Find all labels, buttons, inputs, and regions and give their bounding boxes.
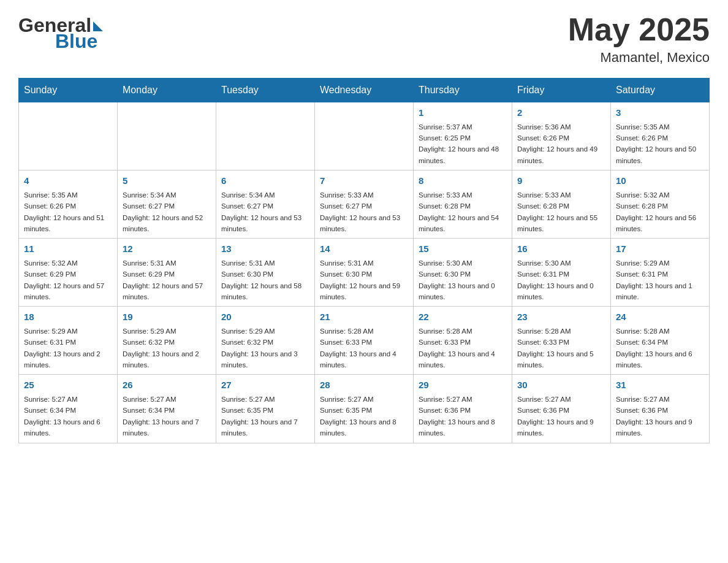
calendar-cell: 9Sunrise: 5:33 AMSunset: 6:28 PMDaylight… xyxy=(512,170,611,239)
calendar-table: Sunday Monday Tuesday Wednesday Thursday… xyxy=(18,78,710,443)
day-info: Sunrise: 5:27 AMSunset: 6:35 PMDaylight:… xyxy=(320,394,408,439)
day-info: Sunrise: 5:28 AMSunset: 6:33 PMDaylight:… xyxy=(320,326,408,371)
day-number: 14 xyxy=(320,242,408,256)
calendar-cell: 23Sunrise: 5:28 AMSunset: 6:33 PMDayligh… xyxy=(512,307,611,375)
calendar-subtitle: Mamantel, Mexico xyxy=(568,50,710,66)
day-number: 24 xyxy=(616,310,704,324)
day-info: Sunrise: 5:32 AMSunset: 6:28 PMDaylight:… xyxy=(616,190,704,235)
day-number: 6 xyxy=(221,174,309,188)
calendar-cell xyxy=(118,102,216,170)
week-row-3: 11Sunrise: 5:32 AMSunset: 6:29 PMDayligh… xyxy=(19,239,710,307)
header-friday: Friday xyxy=(512,79,611,102)
day-number: 30 xyxy=(517,378,605,393)
calendar-cell: 7Sunrise: 5:33 AMSunset: 6:27 PMDaylight… xyxy=(315,170,414,239)
day-number: 28 xyxy=(320,378,408,393)
day-info: Sunrise: 5:27 AMSunset: 6:34 PMDaylight:… xyxy=(24,394,112,439)
day-info: Sunrise: 5:31 AMSunset: 6:30 PMDaylight:… xyxy=(221,258,309,303)
day-info: Sunrise: 5:33 AMSunset: 6:27 PMDaylight:… xyxy=(320,190,408,235)
day-info: Sunrise: 5:28 AMSunset: 6:34 PMDaylight:… xyxy=(616,326,704,371)
day-number: 3 xyxy=(616,106,704,120)
day-number: 27 xyxy=(221,378,309,393)
day-number: 18 xyxy=(24,310,112,324)
day-info: Sunrise: 5:27 AMSunset: 6:36 PMDaylight:… xyxy=(419,394,507,439)
calendar-cell xyxy=(216,102,315,170)
calendar-cell: 29Sunrise: 5:27 AMSunset: 6:36 PMDayligh… xyxy=(414,375,512,443)
calendar-cell: 6Sunrise: 5:34 AMSunset: 6:27 PMDaylight… xyxy=(216,170,315,239)
day-number: 2 xyxy=(517,106,605,120)
day-info: Sunrise: 5:34 AMSunset: 6:27 PMDaylight:… xyxy=(221,190,309,235)
calendar-cell: 19Sunrise: 5:29 AMSunset: 6:32 PMDayligh… xyxy=(118,307,216,375)
day-number: 7 xyxy=(320,174,408,188)
day-number: 1 xyxy=(419,106,507,120)
day-info: Sunrise: 5:29 AMSunset: 6:32 PMDaylight:… xyxy=(123,326,211,371)
calendar-cell: 30Sunrise: 5:27 AMSunset: 6:36 PMDayligh… xyxy=(512,375,611,443)
day-info: Sunrise: 5:37 AMSunset: 6:25 PMDaylight:… xyxy=(419,121,507,167)
day-info: Sunrise: 5:27 AMSunset: 6:36 PMDaylight:… xyxy=(616,394,704,439)
calendar-cell: 16Sunrise: 5:30 AMSunset: 6:31 PMDayligh… xyxy=(512,239,611,307)
day-number: 17 xyxy=(616,242,704,256)
day-number: 29 xyxy=(419,378,507,393)
day-info: Sunrise: 5:28 AMSunset: 6:33 PMDaylight:… xyxy=(419,326,507,371)
day-info: Sunrise: 5:27 AMSunset: 6:36 PMDaylight:… xyxy=(517,394,605,439)
day-number: 31 xyxy=(616,378,704,393)
header-monday: Monday xyxy=(118,79,216,102)
header-saturday: Saturday xyxy=(611,79,710,102)
header-sunday: Sunday xyxy=(19,79,118,102)
calendar-cell: 22Sunrise: 5:28 AMSunset: 6:33 PMDayligh… xyxy=(414,307,512,375)
day-number: 16 xyxy=(517,242,605,256)
week-row-2: 4Sunrise: 5:35 AMSunset: 6:26 PMDaylight… xyxy=(19,170,710,239)
calendar-cell: 18Sunrise: 5:29 AMSunset: 6:31 PMDayligh… xyxy=(19,307,118,375)
day-info: Sunrise: 5:32 AMSunset: 6:29 PMDaylight:… xyxy=(24,258,112,303)
calendar-cell: 10Sunrise: 5:32 AMSunset: 6:28 PMDayligh… xyxy=(611,170,710,239)
day-number: 25 xyxy=(24,378,112,393)
week-row-4: 18Sunrise: 5:29 AMSunset: 6:31 PMDayligh… xyxy=(19,307,710,375)
title-area: May 2025 Mamantel, Mexico xyxy=(568,12,710,66)
calendar-cell: 12Sunrise: 5:31 AMSunset: 6:29 PMDayligh… xyxy=(118,239,216,307)
header-tuesday: Tuesday xyxy=(216,79,315,102)
calendar-cell: 28Sunrise: 5:27 AMSunset: 6:35 PMDayligh… xyxy=(315,375,414,443)
calendar-cell: 20Sunrise: 5:29 AMSunset: 6:32 PMDayligh… xyxy=(216,307,315,375)
day-number: 12 xyxy=(123,242,211,256)
calendar-cell: 17Sunrise: 5:29 AMSunset: 6:31 PMDayligh… xyxy=(611,239,710,307)
calendar-cell: 27Sunrise: 5:27 AMSunset: 6:35 PMDayligh… xyxy=(216,375,315,443)
day-info: Sunrise: 5:33 AMSunset: 6:28 PMDaylight:… xyxy=(419,190,507,235)
week-row-5: 25Sunrise: 5:27 AMSunset: 6:34 PMDayligh… xyxy=(19,375,710,443)
calendar-cell: 21Sunrise: 5:28 AMSunset: 6:33 PMDayligh… xyxy=(315,307,414,375)
calendar-cell: 5Sunrise: 5:34 AMSunset: 6:27 PMDaylight… xyxy=(118,170,216,239)
day-number: 23 xyxy=(517,310,605,324)
calendar-cell: 4Sunrise: 5:35 AMSunset: 6:26 PMDaylight… xyxy=(19,170,118,239)
day-info: Sunrise: 5:30 AMSunset: 6:30 PMDaylight:… xyxy=(419,258,507,303)
day-info: Sunrise: 5:33 AMSunset: 6:28 PMDaylight:… xyxy=(517,190,605,235)
calendar-body: 1Sunrise: 5:37 AMSunset: 6:25 PMDaylight… xyxy=(19,102,710,443)
header-thursday: Thursday xyxy=(414,79,512,102)
day-info: Sunrise: 5:29 AMSunset: 6:31 PMDaylight:… xyxy=(24,326,112,371)
header-wednesday: Wednesday xyxy=(315,79,414,102)
day-info: Sunrise: 5:31 AMSunset: 6:30 PMDaylight:… xyxy=(320,258,408,303)
day-number: 11 xyxy=(24,242,112,256)
calendar-cell: 26Sunrise: 5:27 AMSunset: 6:34 PMDayligh… xyxy=(118,375,216,443)
calendar-cell: 14Sunrise: 5:31 AMSunset: 6:30 PMDayligh… xyxy=(315,239,414,307)
logo-blue-text: Blue xyxy=(55,30,97,52)
day-info: Sunrise: 5:34 AMSunset: 6:27 PMDaylight:… xyxy=(123,190,211,235)
day-info: Sunrise: 5:28 AMSunset: 6:33 PMDaylight:… xyxy=(517,326,605,371)
calendar-cell: 31Sunrise: 5:27 AMSunset: 6:36 PMDayligh… xyxy=(611,375,710,443)
calendar-cell: 2Sunrise: 5:36 AMSunset: 6:26 PMDaylight… xyxy=(512,102,611,170)
day-info: Sunrise: 5:30 AMSunset: 6:31 PMDaylight:… xyxy=(517,258,605,303)
page-header: General Blue May 2025 Mamantel, Mexico xyxy=(18,12,710,66)
calendar-cell: 1Sunrise: 5:37 AMSunset: 6:25 PMDaylight… xyxy=(414,102,512,170)
day-number: 20 xyxy=(221,310,309,324)
calendar-cell: 8Sunrise: 5:33 AMSunset: 6:28 PMDaylight… xyxy=(414,170,512,239)
day-number: 10 xyxy=(616,174,704,188)
calendar-cell: 11Sunrise: 5:32 AMSunset: 6:29 PMDayligh… xyxy=(19,239,118,307)
day-info: Sunrise: 5:29 AMSunset: 6:31 PMDaylight:… xyxy=(616,258,704,303)
logo: General Blue xyxy=(18,15,103,51)
calendar-cell: 15Sunrise: 5:30 AMSunset: 6:30 PMDayligh… xyxy=(414,239,512,307)
day-info: Sunrise: 5:31 AMSunset: 6:29 PMDaylight:… xyxy=(123,258,211,303)
calendar-cell: 13Sunrise: 5:31 AMSunset: 6:30 PMDayligh… xyxy=(216,239,315,307)
day-info: Sunrise: 5:35 AMSunset: 6:26 PMDaylight:… xyxy=(24,190,112,235)
calendar-cell: 3Sunrise: 5:35 AMSunset: 6:26 PMDaylight… xyxy=(611,102,710,170)
day-number: 26 xyxy=(123,378,211,393)
day-number: 19 xyxy=(123,310,211,324)
calendar-cell xyxy=(19,102,118,170)
day-number: 8 xyxy=(419,174,507,188)
